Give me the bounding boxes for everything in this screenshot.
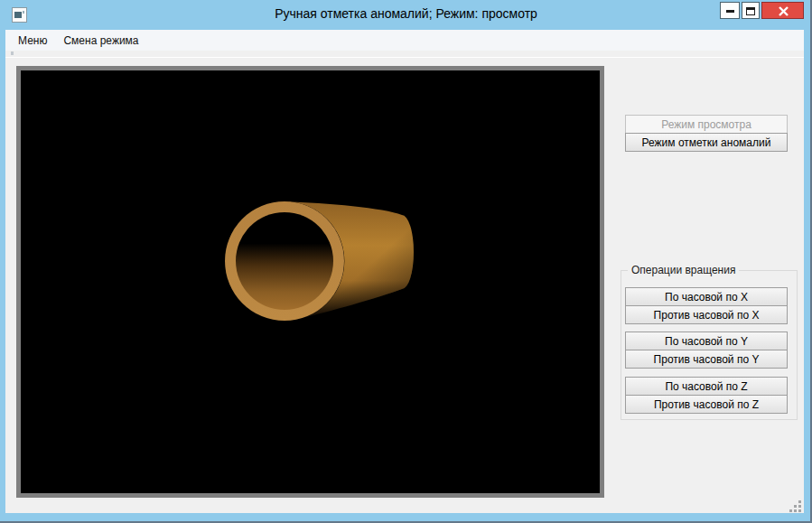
maximize-button[interactable] [742,2,760,19]
resize-grip[interactable] [798,509,801,512]
minimize-icon [726,10,734,13]
view-mode-button[interactable]: Режим просмотра [625,115,788,134]
rotation-group-title: Операции вращения [628,264,739,276]
rotate-clockwise-z-button[interactable]: По часовой по Z [625,377,788,396]
viewport-3d[interactable] [16,66,604,498]
rotate-counterclockwise-y-button[interactable]: Против часовой по Y [625,350,788,369]
mark-anomalies-mode-button[interactable]: Режим отметки аномалий [625,133,788,152]
minimize-button[interactable] [720,2,740,19]
menu-item-mode-change[interactable]: Смена режима [55,30,146,51]
pipe-inner-hole [236,212,333,310]
titlebar: Ручная отметка аномалий; Режим: просмотр [0,0,812,30]
toolstrip-grip-icon [11,51,14,55]
tool-strip [5,51,804,58]
rotate-clockwise-y-button[interactable]: По часовой по Y [625,332,788,350]
rotate-counterclockwise-z-button[interactable]: Против часовой по Z [625,395,788,414]
rotate-counterclockwise-x-button[interactable]: Против часовой по X [625,305,788,324]
close-button[interactable] [761,2,804,19]
window-title: Ручная отметка аномалий; Режим: просмотр [0,6,812,21]
menu-item-menu[interactable]: Меню [10,30,55,51]
pipe-3d-model [21,70,600,493]
app-window: Ручная отметка аномалий; Режим: просмотр… [0,0,812,523]
maximize-icon [746,7,755,15]
close-icon [779,6,789,16]
rotate-clockwise-x-button[interactable]: По часовой по X [625,287,788,306]
menu-bar: Меню Смена режима [5,30,804,51]
